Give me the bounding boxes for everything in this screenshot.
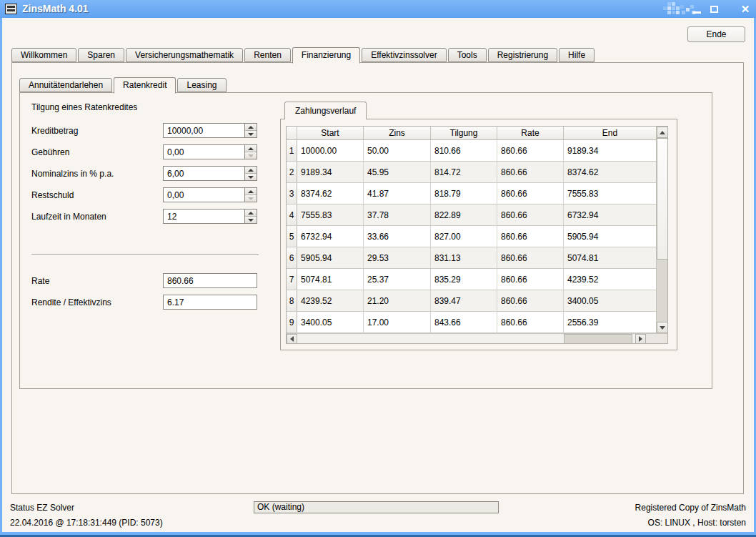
gebuehren-input[interactable] <box>164 145 244 159</box>
zahlungsverlauf-tab[interactable]: Zahlungsverlauf <box>284 102 367 119</box>
column-header-start[interactable]: Start <box>297 127 364 139</box>
table-row[interactable]: 47555.8337.78822.89860.666732.94 <box>287 205 667 226</box>
table-cell[interactable]: 41.87 <box>364 183 431 204</box>
tab-registrierung[interactable]: Registrierung <box>488 48 557 62</box>
table-cell[interactable]: 7555.83 <box>297 205 364 225</box>
column-header-tilgung[interactable]: Tilgung <box>431 127 497 139</box>
table-cell[interactable]: 4239.52 <box>564 269 656 290</box>
table-cell[interactable]: 17.00 <box>364 312 431 332</box>
spin-down-button[interactable] <box>245 152 257 159</box>
vertical-scrollbar[interactable] <box>656 127 667 333</box>
table-cell[interactable]: 6732.94 <box>564 205 656 225</box>
table-cell[interactable]: 860.66 <box>497 269 564 290</box>
table-cell[interactable]: 4239.52 <box>297 290 364 311</box>
tab-effektivzinssolver[interactable]: Effektivzinssolver <box>362 48 446 62</box>
table-row[interactable]: 93400.0517.00843.66860.662556.39 <box>287 312 667 333</box>
table-cell[interactable]: 33.66 <box>364 226 431 247</box>
table-row[interactable]: 65905.9429.53831.13860.665074.81 <box>287 247 667 269</box>
horizontal-scrollbar[interactable] <box>287 333 646 343</box>
table-cell[interactable]: 860.66 <box>497 140 564 161</box>
table-row[interactable]: 38374.6241.87818.79860.667555.83 <box>287 183 667 205</box>
subtab-ratenkredit[interactable]: Ratenkredit <box>114 77 176 94</box>
table-row[interactable]: 84239.5221.20839.47860.663400.05 <box>287 290 667 312</box>
nominalzins-input[interactable] <box>164 167 244 180</box>
scroll-up-button[interactable] <box>657 127 668 138</box>
tab-versicherungsmathematik[interactable]: Versicherungsmathematik <box>126 48 243 62</box>
table-cell[interactable]: 6732.94 <box>297 226 364 247</box>
ende-button[interactable]: Ende <box>687 26 745 42</box>
table-cell[interactable]: 50.00 <box>364 140 431 161</box>
table-cell[interactable]: 5905.94 <box>564 226 656 247</box>
tab-finanzierung[interactable]: Finanzierung <box>292 47 360 64</box>
table-cell[interactable]: 818.79 <box>431 183 497 204</box>
rate-input[interactable] <box>164 274 255 287</box>
subtab-annuitaetendarlehen[interactable]: Annuitätendarlehen <box>19 78 112 92</box>
scroll-left-button[interactable] <box>287 334 297 344</box>
spin-down-button[interactable] <box>245 195 257 202</box>
table-cell[interactable]: 5074.81 <box>564 247 656 268</box>
vertical-scrollbar-thumb[interactable] <box>657 138 668 260</box>
scroll-right-button[interactable] <box>635 334 646 344</box>
row-number-cell[interactable]: 1 <box>287 140 297 161</box>
table-cell[interactable]: 8374.62 <box>564 162 656 182</box>
maximize-button[interactable] <box>706 1 722 16</box>
row-number-cell[interactable]: 8 <box>287 290 297 311</box>
tab-willkommen[interactable]: Willkommen <box>11 48 76 62</box>
subtab-leasing[interactable]: Leasing <box>177 78 226 92</box>
column-header-zins[interactable]: Zins <box>364 127 431 139</box>
horizontal-scrollbar-thumb[interactable] <box>564 334 632 344</box>
table-cell[interactable]: 814.72 <box>431 162 497 182</box>
spin-down-button[interactable] <box>245 131 257 137</box>
table-cell[interactable]: 37.78 <box>364 205 431 225</box>
table-row[interactable]: 110000.0050.00810.66860.669189.34 <box>287 140 667 162</box>
table-cell[interactable]: 29.53 <box>364 247 431 268</box>
spin-up-button[interactable] <box>245 124 257 131</box>
table-cell[interactable]: 835.29 <box>431 269 497 290</box>
tab-hilfe[interactable]: Hilfe <box>559 48 595 62</box>
table-cell[interactable]: 21.20 <box>364 290 431 311</box>
scroll-down-button[interactable] <box>657 322 668 333</box>
spin-up-button[interactable] <box>245 210 257 217</box>
table-row[interactable]: 75074.8125.37835.29860.664239.52 <box>287 269 667 290</box>
row-number-cell[interactable]: 4 <box>287 205 297 225</box>
table-cell[interactable]: 860.66 <box>497 312 564 332</box>
table-cell[interactable]: 831.13 <box>431 247 497 268</box>
table-cell[interactable]: 2556.39 <box>564 312 656 332</box>
spin-up-button[interactable] <box>245 188 257 195</box>
table-cell[interactable]: 9189.34 <box>297 162 364 182</box>
table-cell[interactable]: 860.66 <box>497 226 564 247</box>
table-cell[interactable]: 8374.62 <box>297 183 364 204</box>
table-cell[interactable]: 822.89 <box>431 205 497 225</box>
spin-up-button[interactable] <box>245 145 257 152</box>
row-number-cell[interactable]: 7 <box>287 269 297 290</box>
table-cell[interactable]: 3400.05 <box>297 312 364 332</box>
tab-renten[interactable]: Renten <box>244 48 291 62</box>
restschuld-input[interactable] <box>164 188 244 202</box>
table-cell[interactable]: 25.37 <box>364 269 431 290</box>
table-cell[interactable]: 827.00 <box>431 226 497 247</box>
tab-sparen[interactable]: Sparen <box>78 48 124 62</box>
table-cell[interactable]: 839.47 <box>431 290 497 311</box>
row-number-cell[interactable]: 6 <box>287 247 297 268</box>
row-number-cell[interactable]: 2 <box>287 162 297 182</box>
table-cell[interactable]: 45.95 <box>364 162 431 182</box>
table-cell[interactable]: 9189.34 <box>564 140 656 161</box>
table-cell[interactable]: 5074.81 <box>297 269 364 290</box>
laufzeit-input[interactable] <box>164 210 244 223</box>
table-cell[interactable]: 860.66 <box>497 247 564 268</box>
table-cell[interactable]: 860.66 <box>497 183 564 204</box>
table-cell[interactable]: 860.66 <box>497 162 564 182</box>
tab-tools[interactable]: Tools <box>448 48 487 62</box>
row-number-cell[interactable]: 3 <box>287 183 297 204</box>
spin-up-button[interactable] <box>245 167 257 174</box>
close-button[interactable]: ✕ <box>737 1 753 16</box>
titlebar[interactable]: ZinsMath 4.01 ✕ <box>0 0 756 18</box>
column-header-end[interactable]: End <box>564 127 656 139</box>
spin-down-button[interactable] <box>245 174 257 180</box>
spin-down-button[interactable] <box>245 217 257 223</box>
kreditbetrag-input[interactable] <box>164 124 244 137</box>
table-cell[interactable]: 3400.05 <box>564 290 656 311</box>
table-cell[interactable]: 5905.94 <box>297 247 364 268</box>
row-number-cell[interactable]: 5 <box>287 226 297 247</box>
column-header-rate[interactable]: Rate <box>497 127 564 139</box>
